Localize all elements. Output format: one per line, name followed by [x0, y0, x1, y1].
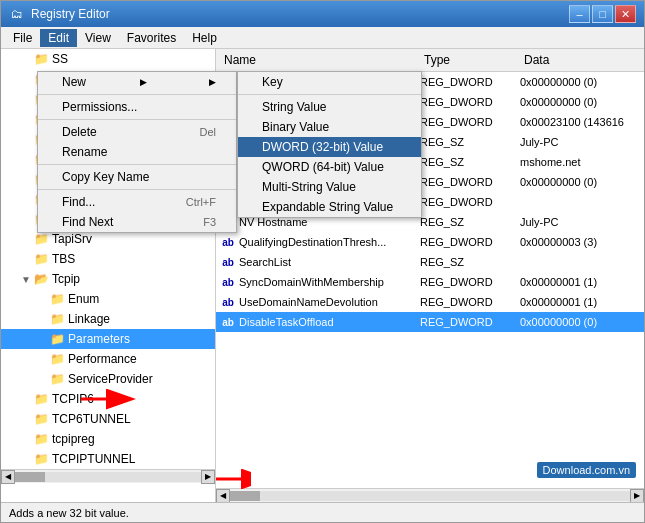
- expand-icon: [19, 92, 33, 106]
- expand-icon: [19, 452, 33, 466]
- col-header-type: Type: [420, 51, 520, 69]
- tree-label: Performance: [68, 352, 137, 366]
- submenu-item-binary[interactable]: Binary Value: [238, 117, 421, 137]
- row-name: UseDomainNameDevolution: [239, 296, 378, 308]
- menu-item-find[interactable]: Find... Ctrl+F: [38, 192, 236, 212]
- cell-type: REG_DWORD: [416, 235, 516, 249]
- submenu-string-label: String Value: [262, 100, 326, 114]
- cell-type: REG_DWORD: [416, 175, 516, 189]
- tree-item-tcpip6[interactable]: 📁 TCPIP6: [1, 389, 215, 409]
- data-row-qualifyingdestination[interactable]: ab QualifyingDestinationThresh... REG_DW…: [216, 232, 644, 252]
- folder-icon: 📁: [33, 451, 49, 467]
- scroll-right-btn[interactable]: ▶: [630, 489, 644, 503]
- data-header: Name Type Data: [216, 49, 644, 72]
- cell-name: ab DisableTaskOffload: [216, 313, 416, 331]
- expand-icon: ▼: [19, 272, 33, 286]
- expand-icon: [35, 352, 49, 366]
- menu-favorites[interactable]: Favorites: [119, 29, 184, 47]
- tree-label: Enum: [68, 292, 99, 306]
- expand-icon: [19, 72, 33, 86]
- expand-icon: [19, 192, 33, 206]
- tree-item-enum[interactable]: 📁 Enum: [1, 289, 215, 309]
- cell-data: 0x00000001 (1): [516, 295, 644, 309]
- tree-item-tcp6tunnel[interactable]: 📁 TCP6TUNNEL: [1, 409, 215, 429]
- submenu-qword-label: QWORD (64-bit) Value: [262, 160, 384, 174]
- menu-item-delete[interactable]: Delete Del: [38, 122, 236, 142]
- data-hscrollbar[interactable]: ◀ ▶: [216, 488, 644, 502]
- cell-data: [516, 201, 644, 203]
- scroll-left-btn[interactable]: ◀: [216, 489, 230, 503]
- menu-item-copykey-label: Copy Key Name: [62, 170, 149, 184]
- submenu-item-expandable[interactable]: Expandable String Value: [238, 197, 421, 217]
- tree-item-tcpipreg[interactable]: 📁 tcpipreg: [1, 429, 215, 449]
- row-name: DisableTaskOffload: [239, 316, 334, 328]
- tree-label: SS: [52, 52, 68, 66]
- tree-hscrollbar[interactable]: ◀ ▶: [1, 469, 215, 483]
- cell-data: mshome.net: [516, 155, 644, 169]
- folder-icon: 📁: [33, 231, 49, 247]
- maximize-button[interactable]: □: [592, 5, 613, 23]
- cell-data: 0x00000000 (0): [516, 175, 644, 189]
- expand-icon: [19, 432, 33, 446]
- tree-item-ss[interactable]: 📁 SS: [1, 49, 215, 69]
- menubar: File Edit View Favorites Help: [1, 27, 644, 49]
- submenu-item-qword[interactable]: QWORD (64-bit) Value: [238, 157, 421, 177]
- scroll-track[interactable]: [15, 472, 201, 482]
- cell-data: 0x00000000 (0): [516, 315, 644, 329]
- submenu-item-multistring[interactable]: Multi-String Value: [238, 177, 421, 197]
- menu-item-permissions[interactable]: Permissions...: [38, 97, 236, 117]
- cell-type: REG_DWORD: [416, 295, 516, 309]
- tree-item-tcpiptunnel[interactable]: 📁 TCPIPTUNNEL: [1, 449, 215, 469]
- close-button[interactable]: ✕: [615, 5, 636, 23]
- scroll-track[interactable]: [230, 491, 630, 501]
- expand-icon: [19, 412, 33, 426]
- cell-type: REG_DWORD: [416, 75, 516, 89]
- submenu-arrow-icon: ▶: [140, 77, 147, 87]
- tree-label: Parameters: [68, 332, 130, 346]
- menu-item-new-label: New: [62, 75, 86, 89]
- tree-item-tbs[interactable]: 📁 TBS: [1, 249, 215, 269]
- tree-label: TBS: [52, 252, 75, 266]
- menu-item-find-label: Find...: [62, 195, 95, 209]
- minimize-button[interactable]: –: [569, 5, 590, 23]
- tree-item-linkage[interactable]: 📁 Linkage: [1, 309, 215, 329]
- menu-item-new[interactable]: New ▶: [38, 72, 236, 92]
- separator1: [38, 94, 236, 95]
- expand-icon: [35, 312, 49, 326]
- folder-icon: 📁: [33, 251, 49, 267]
- data-row-syncdomainwithmembership[interactable]: ab SyncDomainWithMembership REG_DWORD 0x…: [216, 272, 644, 292]
- submenu-item-key[interactable]: Key: [238, 72, 421, 92]
- tree-item-tcpip[interactable]: ▼ 📂 Tcpip: [1, 269, 215, 289]
- main-content: 📁 SS 📁 st 📁 st: [1, 49, 644, 502]
- titlebar-controls: – □ ✕: [569, 5, 636, 23]
- delete-shortcut: Del: [199, 126, 216, 138]
- scroll-thumb[interactable]: [15, 472, 45, 482]
- data-row-usedomainnamedevolution[interactable]: ab UseDomainNameDevolution REG_DWORD 0x0…: [216, 292, 644, 312]
- scroll-left-btn[interactable]: ◀: [1, 470, 15, 484]
- tree-label: TCPIP6: [52, 392, 94, 406]
- tree-item-performance[interactable]: 📁 Performance: [1, 349, 215, 369]
- menu-help[interactable]: Help: [184, 29, 225, 47]
- data-row-disabletaskoffload[interactable]: ab DisableTaskOffload REG_DWORD 0x000000…: [216, 312, 644, 332]
- cell-data: 0x00000001 (1): [516, 275, 644, 289]
- folder-icon: 📁: [49, 371, 65, 387]
- submenu-item-dword[interactable]: DWORD (32-bit) Value: [238, 137, 421, 157]
- separator3: [38, 164, 236, 165]
- submenu-item-string[interactable]: String Value: [238, 97, 421, 117]
- scroll-thumb[interactable]: [230, 491, 260, 501]
- menu-item-rename[interactable]: Rename: [38, 142, 236, 162]
- scroll-right-btn[interactable]: ▶: [201, 470, 215, 484]
- cell-name: ab SearchList: [216, 253, 416, 271]
- reg-ab-icon: ab: [220, 274, 236, 290]
- data-row-searchlist[interactable]: ab SearchList REG_SZ: [216, 252, 644, 272]
- cell-type: REG_DWORD: [416, 115, 516, 129]
- menu-edit[interactable]: Edit: [40, 29, 77, 47]
- registry-editor-window: 🗂 Registry Editor – □ ✕ File Edit View F…: [0, 0, 645, 523]
- menu-item-copykey[interactable]: Copy Key Name: [38, 167, 236, 187]
- menu-item-findnext[interactable]: Find Next F3: [38, 212, 236, 232]
- menu-file[interactable]: File: [5, 29, 40, 47]
- tree-item-serviceprovider[interactable]: 📁 ServiceProvider: [1, 369, 215, 389]
- cell-type: REG_SZ: [416, 135, 516, 149]
- menu-view[interactable]: View: [77, 29, 119, 47]
- tree-item-parameters[interactable]: 📁 Parameters: [1, 329, 215, 349]
